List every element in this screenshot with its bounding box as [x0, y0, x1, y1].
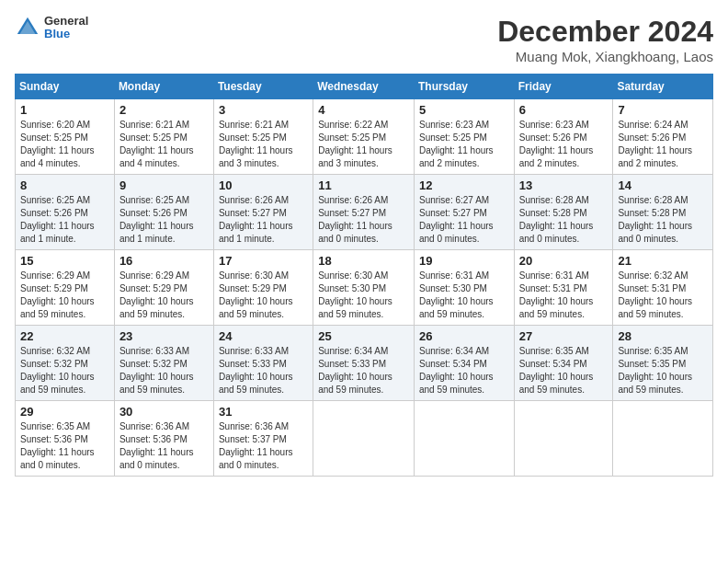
day-cell: 30Sunrise: 6:36 AM Sunset: 5:36 PM Dayli…	[114, 401, 213, 477]
day-cell: 5Sunrise: 6:23 AM Sunset: 5:25 PM Daylig…	[414, 99, 514, 175]
day-cell: 14Sunrise: 6:28 AM Sunset: 5:28 PM Dayli…	[613, 175, 713, 250]
week-row-5: 29Sunrise: 6:35 AM Sunset: 5:36 PM Dayli…	[16, 401, 713, 477]
day-number: 31	[219, 405, 308, 419]
title-block: December 2024 Muang Mok, Xiangkhoang, La…	[497, 15, 713, 64]
week-row-4: 22Sunrise: 6:32 AM Sunset: 5:32 PM Dayli…	[16, 326, 713, 401]
day-cell: 27Sunrise: 6:35 AM Sunset: 5:34 PM Dayli…	[514, 326, 613, 401]
day-number: 12	[419, 178, 509, 192]
day-number: 1	[20, 103, 109, 117]
day-number: 23	[119, 329, 209, 343]
day-info: Sunrise: 6:33 AM Sunset: 5:33 PM Dayligh…	[219, 345, 308, 396]
day-number: 2	[119, 103, 209, 117]
day-cell: 12Sunrise: 6:27 AM Sunset: 5:27 PM Dayli…	[414, 175, 514, 250]
day-number: 15	[20, 254, 109, 268]
month-title: December 2024	[497, 15, 713, 49]
day-info: Sunrise: 6:25 AM Sunset: 5:26 PM Dayligh…	[20, 194, 109, 246]
day-cell: 28Sunrise: 6:35 AM Sunset: 5:35 PM Dayli…	[613, 326, 713, 401]
weekday-header-thursday: Thursday	[414, 75, 514, 99]
day-number: 26	[419, 329, 509, 343]
day-cell: 19Sunrise: 6:31 AM Sunset: 5:30 PM Dayli…	[414, 250, 514, 326]
day-info: Sunrise: 6:21 AM Sunset: 5:25 PM Dayligh…	[119, 119, 209, 170]
week-row-3: 15Sunrise: 6:29 AM Sunset: 5:29 PM Dayli…	[16, 250, 713, 326]
day-info: Sunrise: 6:31 AM Sunset: 5:31 PM Dayligh…	[519, 270, 609, 321]
day-cell: 11Sunrise: 6:26 AM Sunset: 5:27 PM Dayli…	[313, 175, 415, 250]
page-header: General Blue December 2024 Muang Mok, Xi…	[15, 15, 713, 64]
day-number: 29	[20, 405, 109, 419]
location: Muang Mok, Xiangkhoang, Laos	[497, 49, 713, 64]
day-info: Sunrise: 6:25 AM Sunset: 5:26 PM Dayligh…	[119, 194, 209, 246]
logo-icon	[15, 15, 40, 40]
weekday-header-saturday: Saturday	[613, 75, 713, 99]
day-info: Sunrise: 6:35 AM Sunset: 5:34 PM Dayligh…	[519, 345, 609, 396]
day-number: 13	[519, 178, 609, 192]
day-number: 11	[318, 178, 409, 192]
day-number: 17	[219, 254, 308, 268]
weekday-header-row: SundayMondayTuesdayWednesdayThursdayFrid…	[16, 75, 713, 99]
day-info: Sunrise: 6:29 AM Sunset: 5:29 PM Dayligh…	[20, 270, 109, 321]
day-cell	[414, 401, 514, 477]
day-info: Sunrise: 6:29 AM Sunset: 5:29 PM Dayligh…	[119, 270, 209, 321]
week-row-2: 8Sunrise: 6:25 AM Sunset: 5:26 PM Daylig…	[16, 175, 713, 250]
day-cell: 13Sunrise: 6:28 AM Sunset: 5:28 PM Dayli…	[514, 175, 613, 250]
day-cell: 20Sunrise: 6:31 AM Sunset: 5:31 PM Dayli…	[514, 250, 613, 326]
day-number: 6	[519, 103, 609, 117]
day-number: 18	[318, 254, 409, 268]
weekday-header-sunday: Sunday	[16, 75, 115, 99]
day-info: Sunrise: 6:36 AM Sunset: 5:36 PM Dayligh…	[119, 420, 209, 472]
day-info: Sunrise: 6:35 AM Sunset: 5:35 PM Dayligh…	[618, 345, 708, 396]
day-cell: 3Sunrise: 6:21 AM Sunset: 5:25 PM Daylig…	[213, 99, 313, 175]
logo-text: General Blue	[44, 15, 88, 41]
day-info: Sunrise: 6:24 AM Sunset: 5:26 PM Dayligh…	[618, 119, 708, 170]
day-number: 22	[20, 329, 109, 343]
day-info: Sunrise: 6:36 AM Sunset: 5:37 PM Dayligh…	[219, 420, 308, 472]
weekday-header-wednesday: Wednesday	[313, 75, 415, 99]
day-info: Sunrise: 6:34 AM Sunset: 5:33 PM Dayligh…	[318, 345, 409, 396]
day-number: 19	[419, 254, 509, 268]
day-number: 7	[618, 103, 708, 117]
day-number: 4	[318, 103, 409, 117]
day-cell: 25Sunrise: 6:34 AM Sunset: 5:33 PM Dayli…	[313, 326, 415, 401]
day-number: 14	[618, 178, 708, 192]
weekday-header-friday: Friday	[514, 75, 613, 99]
day-number: 16	[119, 254, 209, 268]
day-cell: 21Sunrise: 6:32 AM Sunset: 5:31 PM Dayli…	[613, 250, 713, 326]
logo-general: General	[44, 15, 88, 28]
day-cell: 31Sunrise: 6:36 AM Sunset: 5:37 PM Dayli…	[213, 401, 313, 477]
day-info: Sunrise: 6:30 AM Sunset: 5:30 PM Dayligh…	[318, 270, 409, 321]
day-number: 28	[618, 329, 708, 343]
day-number: 24	[219, 329, 308, 343]
day-cell: 22Sunrise: 6:32 AM Sunset: 5:32 PM Dayli…	[16, 326, 115, 401]
day-cell: 4Sunrise: 6:22 AM Sunset: 5:25 PM Daylig…	[313, 99, 415, 175]
day-info: Sunrise: 6:27 AM Sunset: 5:27 PM Dayligh…	[419, 194, 509, 246]
day-cell: 7Sunrise: 6:24 AM Sunset: 5:26 PM Daylig…	[613, 99, 713, 175]
day-cell: 1Sunrise: 6:20 AM Sunset: 5:25 PM Daylig…	[16, 99, 115, 175]
day-cell: 10Sunrise: 6:26 AM Sunset: 5:27 PM Dayli…	[213, 175, 313, 250]
day-cell	[613, 401, 713, 477]
day-number: 8	[20, 178, 109, 192]
day-cell: 16Sunrise: 6:29 AM Sunset: 5:29 PM Dayli…	[114, 250, 213, 326]
weekday-header-monday: Monday	[114, 75, 213, 99]
day-cell: 26Sunrise: 6:34 AM Sunset: 5:34 PM Dayli…	[414, 326, 514, 401]
day-cell: 24Sunrise: 6:33 AM Sunset: 5:33 PM Dayli…	[213, 326, 313, 401]
day-number: 21	[618, 254, 708, 268]
logo-blue: Blue	[44, 28, 88, 40]
day-info: Sunrise: 6:23 AM Sunset: 5:26 PM Dayligh…	[519, 119, 609, 170]
day-info: Sunrise: 6:31 AM Sunset: 5:30 PM Dayligh…	[419, 270, 509, 321]
day-cell: 18Sunrise: 6:30 AM Sunset: 5:30 PM Dayli…	[313, 250, 415, 326]
day-info: Sunrise: 6:22 AM Sunset: 5:25 PM Dayligh…	[318, 119, 409, 170]
day-number: 10	[219, 178, 308, 192]
weekday-header-tuesday: Tuesday	[213, 75, 313, 99]
day-number: 3	[219, 103, 308, 117]
day-info: Sunrise: 6:26 AM Sunset: 5:27 PM Dayligh…	[219, 194, 308, 246]
day-cell: 9Sunrise: 6:25 AM Sunset: 5:26 PM Daylig…	[114, 175, 213, 250]
day-info: Sunrise: 6:21 AM Sunset: 5:25 PM Dayligh…	[219, 119, 308, 170]
day-info: Sunrise: 6:35 AM Sunset: 5:36 PM Dayligh…	[20, 420, 109, 472]
day-info: Sunrise: 6:34 AM Sunset: 5:34 PM Dayligh…	[419, 345, 509, 396]
day-cell: 2Sunrise: 6:21 AM Sunset: 5:25 PM Daylig…	[114, 99, 213, 175]
day-cell	[313, 401, 415, 477]
day-info: Sunrise: 6:32 AM Sunset: 5:32 PM Dayligh…	[20, 345, 109, 396]
calendar-table: SundayMondayTuesdayWednesdayThursdayFrid…	[15, 74, 713, 477]
day-number: 30	[119, 405, 209, 419]
day-cell	[514, 401, 613, 477]
day-cell: 23Sunrise: 6:33 AM Sunset: 5:32 PM Dayli…	[114, 326, 213, 401]
